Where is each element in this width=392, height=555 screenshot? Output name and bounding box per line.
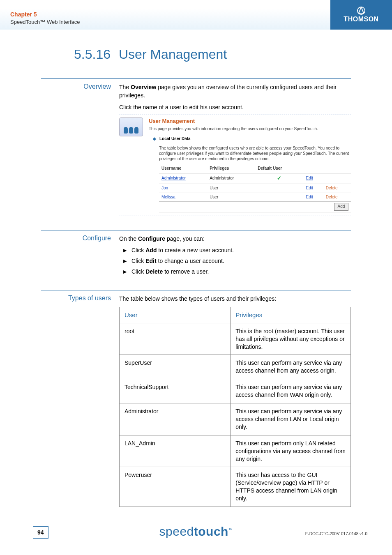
types-intro: The table below shows the types of users… [119,295,351,303]
shot-title: User Management [149,117,351,125]
overview-label: Overview [41,78,119,219]
configure-label: Configure [41,230,119,279]
chapter-block: Chapter 5 SpeedTouch™ Web Interface [10,11,80,25]
overview-p1: The Overview page gives you an overview … [119,83,351,100]
section-title: 5.5.16 User Management [74,47,351,62]
add-row: Add [159,202,351,212]
table-row: Melissa User Edit Delete [159,193,351,202]
col-default: Default User [255,164,303,173]
types-body: The table below shows the types of users… [119,290,351,507]
shot-bullet: ◆ Local User Data [153,136,351,142]
col-user: User [120,307,231,323]
screenshot-thumbnail-icon [119,117,143,136]
list-item: ▶Click Delete to remove a user. [123,267,351,276]
user-link[interactable]: Jon [161,186,168,190]
document-id: E-DOC-CTC-20051017-0148 v1.0 [305,532,367,536]
col-privileges: Privileges [231,307,351,323]
bullet-icon: ◆ [153,136,156,142]
list-item: ▶Click Add to create a new user account. [123,246,351,254]
edit-link[interactable]: Edit [306,186,313,190]
check-icon: ✓ [277,175,281,181]
dashed-separator [119,115,351,115]
overview-body: The Overview page gives you an overview … [119,78,351,219]
configure-list: ▶Click Add to create a new user account.… [123,246,351,276]
table-row: TechnicalSupportThis user can perform an… [120,379,351,403]
user-link[interactable]: Melissa [161,195,175,199]
table-row: SuperUserThis user can perform any servi… [120,355,351,379]
edit-link[interactable]: Edit [306,176,313,180]
embedded-screenshot: User Management This page provides you w… [119,117,351,212]
footer-logo: speedtouch™ [159,525,233,539]
col-privileges: Privileges [207,164,255,173]
dashed-separator [119,216,351,216]
table-row: LAN_AdminThis user can perform only LAN … [120,435,351,467]
section-name: User Management [119,47,227,62]
page-footer: 94 speedtouch™ E-DOC-CTC-20051017-0148 v… [0,522,392,539]
shot-paragraph: The table below shows the configured use… [159,145,351,161]
page-number: 94 [33,526,48,539]
brand-icon [357,7,366,15]
users-table: Username Privileges Default User Adminis… [159,164,351,212]
overview-p2: Click the name of a user to edit his use… [119,103,351,111]
triangle-icon: ▶ [123,246,127,254]
triangle-icon: ▶ [123,267,127,276]
section-number: 5.5.16 [74,47,111,62]
table-row: AdministratorThis user can perform any s… [120,403,351,435]
table-row: Jon User Edit Delete [159,184,351,193]
chapter-subtitle: SpeedTouch™ Web Interface [10,18,80,26]
col-username: Username [159,164,207,173]
shot-desc: This page provides you with information … [149,126,351,132]
page-header: Chapter 5 SpeedTouch™ Web Interface THOM… [0,0,392,30]
edit-link[interactable]: Edit [306,195,313,199]
brand-text: THOMSON [344,16,378,23]
add-button[interactable]: Add [334,203,349,211]
privileges-table: User Privileges rootThis is the root (ma… [119,307,351,507]
table-row: Administrator Administrator ✓ Edit [159,173,351,184]
table-row: PoweruserThis user has access to the GUI… [120,467,351,507]
screenshot-body: User Management This page provides you w… [149,117,351,212]
delete-link[interactable]: Delete [326,195,338,199]
types-label: Types of users [41,290,119,507]
table-row: rootThis is the root (master) account. T… [120,323,351,355]
delete-link[interactable]: Delete [326,186,338,190]
chapter-title: Chapter 5 [10,11,80,18]
brand-block: THOMSON [330,0,392,30]
user-link[interactable]: Administrator [161,176,186,180]
configure-intro: On the Configure page, you can: [119,235,351,243]
configure-body: On the Configure page, you can: ▶Click A… [119,230,351,279]
triangle-icon: ▶ [123,257,127,265]
list-item: ▶Click Edit to change a user account. [123,257,351,265]
